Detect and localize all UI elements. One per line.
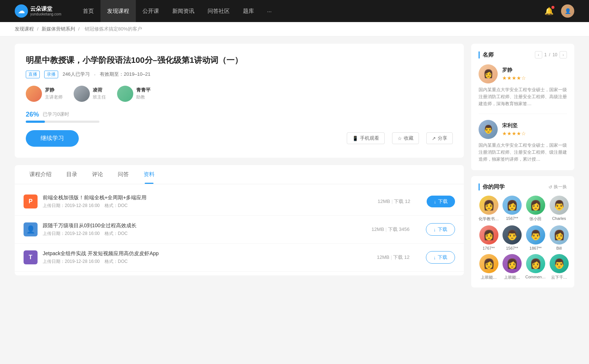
download-label-1: 下载 [438, 226, 447, 233]
teacher-avatar-0 [26, 86, 42, 102]
share-icon: ↗ [432, 136, 436, 141]
prev-page-btn[interactable]: ‹ [535, 51, 542, 58]
tab-catalog[interactable]: 目录 [59, 165, 85, 184]
side-teacher-top-1: 👨 宋利坚 ★★★★☆ [479, 120, 567, 139]
tabs-header: 课程介绍 目录 评论 问答 资料 [15, 165, 464, 184]
download-button-1[interactable]: ↓ 下载 [426, 223, 455, 236]
continue-button[interactable]: 继续学习 [26, 130, 79, 147]
teacher-info-0: 罗静 主讲老师 [45, 87, 63, 100]
nav-news[interactable]: 新闻资讯 [166, 0, 201, 22]
classmate-avatar-9: 👩 [502, 254, 522, 273]
breadcrumb-sep2: / [78, 26, 81, 32]
classmate-avatar-7: 👩 [550, 225, 569, 245]
classmate-9: 👩 上班能… [502, 254, 522, 280]
refresh-button[interactable]: ↺ 换一换 [549, 184, 567, 190]
classmates-grid: 👩 化学教书… 👩 1567** 👩 张小田 👨 Charles 👩 [479, 196, 567, 280]
download-label-0: 下载 [438, 198, 448, 205]
classmate-name-5: 1567** [502, 246, 522, 250]
tab-intro[interactable]: 课程介绍 [22, 165, 59, 184]
classmate-8: 👩 上班能… [479, 254, 499, 280]
resource-item-1: 👤 跟随千万级项目从0到100全过程高效成长 上传日期：2019-12-28 1… [15, 216, 464, 244]
classmate-name-4: 1767** [479, 246, 499, 250]
nav-qa[interactable]: 问答社区 [201, 0, 236, 22]
resource-item-0: P 前端全栈加强版！前端全栈+全周期+多端应用 上传日期：2019-12-28 … [15, 188, 464, 216]
tab-qa[interactable]: 问答 [110, 165, 136, 184]
tabs-card: 课程介绍 目录 评论 问答 资料 P 前端全栈加强版！前端全栈+全周期+多端应用… [15, 165, 464, 275]
nav-quiz[interactable]: 题库 [236, 0, 261, 22]
download-button-2[interactable]: ↓ 下载 [426, 251, 455, 264]
resource-meta-2: 上传日期：2019-12-28 16:00 格式：DOC [43, 258, 361, 265]
classmate-11: 👨 云下千… [550, 254, 569, 280]
teacher-name-0: 罗静 [45, 87, 63, 93]
action-phone[interactable]: 📱 手机观看 [347, 132, 385, 144]
classmate-5: 👨 1567** [502, 225, 522, 250]
classmate-7: 👩 Bill [550, 225, 569, 250]
right-panel: 名师 ‹ 1 / 10 › 👩 罗静 ★★★★☆ [471, 44, 574, 293]
resource-meta-0: 上传日期：2019-12-28 16:00 格式：DOC [43, 203, 361, 209]
progress-bar-bg [26, 121, 99, 123]
teacher-role-2: 助教 [136, 94, 151, 100]
progress-text: 已学习0课时 [43, 111, 69, 118]
side-teacher-avatar-0: 👩 [479, 64, 498, 83]
tab-comment[interactable]: 评论 [85, 165, 110, 184]
classmate-avatar-1: 👩 [502, 196, 522, 215]
breadcrumb-discover[interactable]: 发现课程 [15, 26, 34, 32]
side-teacher-name-0: 罗静 [502, 67, 526, 74]
resource-icon-0: P [24, 195, 38, 208]
side-teacher-1: 👨 宋利坚 ★★★★☆ 国内某重点大学安全工程专业硕士，国家一级注册消防工程师、… [479, 120, 567, 163]
breadcrumb-series[interactable]: 新媒体营销系列 [42, 26, 75, 32]
classmates-card: 你的同学 ↺ 换一换 👩 化学教书… 👩 1567** 👩 张小田 [471, 176, 574, 288]
resource-item-2: T Jetpack全组件实战 开发短视频应用高仿皮皮虾App 上传日期：2019… [15, 244, 464, 272]
action-share[interactable]: ↗ 分享 [426, 132, 453, 144]
side-teacher-info-0: 罗静 ★★★★☆ [502, 67, 526, 81]
classmate-name-7: Bill [550, 246, 569, 250]
bell-icon[interactable]: 🔔 [544, 7, 554, 15]
teachers-side-card: 名师 ‹ 1 / 10 › 👩 罗静 ★★★★☆ [471, 44, 574, 170]
teachers-pagination: ‹ 1 / 10 › [535, 51, 567, 58]
teacher-avatar-1 [74, 86, 90, 102]
classmate-name-3: Charles [550, 216, 569, 221]
side-teacher-stars-1: ★★★★☆ [502, 131, 526, 136]
classmate-name-9: 上班能… [502, 275, 522, 280]
nav-open[interactable]: 公开课 [136, 0, 166, 22]
classmates-header: 你的同学 ↺ 换一换 [479, 183, 567, 190]
resource-stats-2: 12MB | 下载 12 [377, 254, 410, 261]
side-teacher-avatar-1: 👨 [479, 120, 498, 139]
next-page-btn[interactable]: › [560, 51, 567, 58]
resource-list: P 前端全栈加强版！前端全栈+全周期+多端应用 上传日期：2019-12-28 … [15, 184, 464, 275]
refresh-icon: ↺ [549, 185, 552, 190]
resource-name-0: 前端全栈加强版！前端全栈+全周期+多端应用 [43, 195, 361, 201]
collect-icon: ☆ [398, 136, 402, 141]
progress-label: 26% 已学习0课时 [26, 111, 453, 118]
nav-items: 首页 发现课程 公开课 新闻资讯 问答社区 题库 ··· [76, 0, 544, 22]
progress-bar-fill [26, 121, 45, 123]
action-share-label: 分享 [438, 135, 447, 142]
classmate-name-2: 张小田 [525, 216, 546, 222]
user-avatar[interactable]: 👤 [561, 4, 574, 18]
download-icon-1: ↓ [434, 227, 436, 232]
classmate-name-6: 1867** [525, 246, 546, 250]
action-collect-label: 收藏 [404, 135, 413, 142]
classmate-3: 👨 Charles [550, 196, 569, 222]
page-current: 1 [544, 52, 547, 57]
nav-more[interactable]: ··· [261, 0, 279, 22]
tab-resources[interactable]: 资料 [136, 165, 162, 184]
nav-home[interactable]: 首页 [76, 0, 100, 22]
classmate-1: 👩 1567** [502, 196, 522, 222]
resource-stats-1: 12MB | 下载 3456 [371, 226, 409, 233]
breadcrumb: 发现课程 / 新媒体营销系列 / 销冠修炼术搞定80%的客户 [0, 22, 589, 36]
teacher-name-2: 青青平 [136, 87, 151, 93]
resource-info-2: Jetpack全组件实战 开发短视频应用高仿皮皮虾App 上传日期：2019-1… [43, 250, 361, 265]
download-label-2: 下载 [438, 254, 447, 261]
action-collect[interactable]: ☆ 收藏 [392, 132, 419, 144]
teacher-item-2: 青青平 助教 [117, 86, 151, 102]
teacher-item-0: 罗静 主讲老师 [26, 86, 63, 102]
download-button-0[interactable]: ↓ 下载 [427, 196, 455, 207]
logo[interactable]: ☁ 云朵课堂 yunduoketang.com [15, 4, 61, 18]
side-teacher-0: 👩 罗静 ★★★★☆ 国内某重点大学安全工程专业硕士，国家一级注册消防工程师、注… [479, 64, 567, 114]
nav-discover[interactable]: 发现课程 [100, 0, 136, 22]
course-actions: 继续学习 📱 手机观看 ☆ 收藏 ↗ 分享 [26, 130, 453, 147]
badge-record: 录播 [44, 71, 58, 78]
resource-stats-0: 12MB | 下载 12 [378, 198, 410, 205]
resource-icon-2: T [24, 250, 38, 264]
